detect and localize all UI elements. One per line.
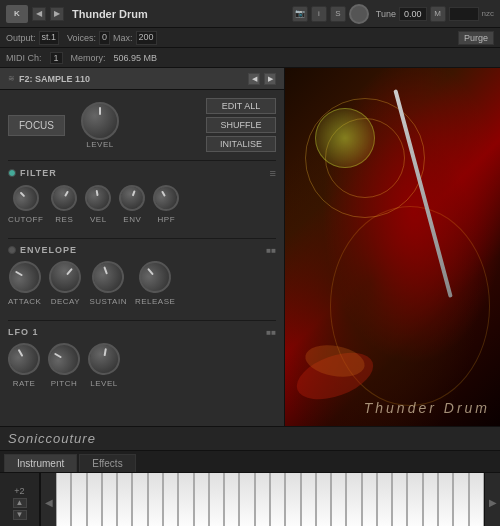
key-b3[interactable] <box>148 473 163 526</box>
info-icon[interactable]: i <box>311 6 327 22</box>
pitch-knob[interactable] <box>42 337 86 381</box>
level-label: LEVEL <box>86 140 113 149</box>
right-panel: Thunder Drum <box>285 68 500 426</box>
filter-section: FILTER ≡ CUTOFF RES VEL ENV <box>0 163 284 236</box>
output-val: st.1 <box>39 31 60 45</box>
white-keys <box>56 473 484 526</box>
key-c5[interactable] <box>270 473 285 526</box>
key-d3[interactable] <box>71 473 86 526</box>
rate-knob-item: RATE <box>8 343 40 388</box>
piano-scroll-left[interactable]: ◀ <box>40 473 56 526</box>
key-e6[interactable] <box>407 473 422 526</box>
key-c3[interactable] <box>56 473 71 526</box>
tune-value: 0.00 <box>399 7 427 21</box>
sample-title: F2: SAMPLE 110 <box>19 74 244 84</box>
key-b4[interactable] <box>255 473 270 526</box>
shuffle-button[interactable]: SHUFFLE <box>206 117 276 133</box>
level-knob[interactable] <box>81 102 119 140</box>
level-knob-wrap: LEVEL <box>81 102 119 149</box>
piano-row: +2 ▲ ▼ ◀ <box>0 472 500 526</box>
key-b5[interactable] <box>362 473 377 526</box>
m-icon[interactable]: M <box>430 6 446 22</box>
key-a6[interactable] <box>453 473 468 526</box>
edit-all-button[interactable]: EDIT ALL <box>206 98 276 114</box>
env-knob[interactable] <box>116 181 149 214</box>
key-g5[interactable] <box>331 473 346 526</box>
hpf-knob[interactable] <box>149 180 185 216</box>
max-label: Max: <box>113 33 133 43</box>
rate-knob[interactable] <box>2 337 46 381</box>
key-f4[interactable] <box>209 473 224 526</box>
purge-button[interactable]: Purge <box>458 31 494 45</box>
filter-label: FILTER <box>20 168 57 178</box>
sustain-knob[interactable] <box>88 256 129 297</box>
sample-prev[interactable]: ◀ <box>248 73 260 85</box>
res-label: RES <box>55 215 73 224</box>
cutoff-knob[interactable] <box>7 180 44 217</box>
key-e4[interactable] <box>194 473 209 526</box>
filter-menu-icon[interactable]: ≡ <box>270 167 276 179</box>
envelope-options[interactable]: ■■ <box>266 246 276 255</box>
key-e3[interactable] <box>87 473 102 526</box>
octave-down[interactable]: ▼ <box>13 510 27 520</box>
divider-2 <box>8 238 276 239</box>
release-knob[interactable] <box>133 254 178 299</box>
key-c6[interactable] <box>377 473 392 526</box>
initialise-button[interactable]: INITALISE <box>206 136 276 152</box>
hpf-label: HPF <box>158 215 176 224</box>
settings-icon[interactable]: S <box>330 6 346 22</box>
envelope-section: ENVELOPE ■■ ATTACK DECAY SUSTAIN <box>0 241 284 318</box>
piano-keys[interactable] <box>56 473 484 526</box>
envelope-led[interactable] <box>8 246 16 254</box>
piano-controls: +2 ▲ ▼ <box>0 473 40 526</box>
key-f6[interactable] <box>423 473 438 526</box>
key-e5[interactable] <box>301 473 316 526</box>
key-d4[interactable] <box>178 473 193 526</box>
controls-row: FOCUS LEVEL EDIT ALL SHUFFLE INITALISE <box>0 90 284 158</box>
octave-up[interactable]: ▲ <box>13 498 27 508</box>
prev-btn[interactable]: ◀ <box>32 7 46 21</box>
lfo-options[interactable]: ■■ <box>266 328 276 337</box>
next-btn[interactable]: ▶ <box>50 7 64 21</box>
waveform-icon: ≋ <box>8 74 15 83</box>
key-a5[interactable] <box>346 473 361 526</box>
camera-icon[interactable]: 📷 <box>292 6 308 22</box>
key-b6[interactable] <box>469 473 484 526</box>
lfo-level-knob[interactable] <box>85 340 122 377</box>
tab-effects[interactable]: Effects <box>79 454 135 472</box>
voices-val: 0 <box>99 31 110 45</box>
key-c4[interactable] <box>163 473 178 526</box>
pitch-knob-item: PITCH <box>48 343 80 388</box>
key-d6[interactable] <box>392 473 407 526</box>
divider-3 <box>8 320 276 321</box>
res-knob[interactable] <box>47 180 83 216</box>
piano-scroll-right[interactable]: ▶ <box>484 473 500 526</box>
midi-label: MIDI Ch: <box>6 53 42 63</box>
focus-button[interactable]: FOCUS <box>8 115 65 136</box>
lfo-section: LFO 1 ■■ RATE PITCH LEVEL <box>0 323 284 400</box>
rate-label: RATE <box>13 379 36 388</box>
key-f5[interactable] <box>316 473 331 526</box>
lfo-level-knob-item: LEVEL <box>88 343 120 388</box>
drum-face <box>315 108 375 168</box>
divider-1 <box>8 160 276 161</box>
key-d5[interactable] <box>285 473 300 526</box>
env-knob-item: ENV <box>119 185 145 224</box>
vel-knob-item: VEL <box>85 185 111 224</box>
attack-knob[interactable] <box>3 255 47 299</box>
decay-knob[interactable] <box>43 254 88 299</box>
sample-next[interactable]: ▶ <box>264 73 276 85</box>
lfo-label: LFO 1 <box>8 327 39 337</box>
key-g6[interactable] <box>438 473 453 526</box>
vel-knob[interactable] <box>83 183 113 213</box>
decay-knob-item: DECAY <box>49 261 81 306</box>
key-g3[interactable] <box>117 473 132 526</box>
key-f3[interactable] <box>102 473 117 526</box>
filter-led[interactable] <box>8 169 16 177</box>
drum-brand-text: Thunder Drum <box>364 400 490 416</box>
key-a4[interactable] <box>239 473 254 526</box>
key-g4[interactable] <box>224 473 239 526</box>
instrument-name: Thunder Drum <box>68 8 288 20</box>
key-a3[interactable] <box>132 473 147 526</box>
tab-instrument[interactable]: Instrument <box>4 454 77 472</box>
